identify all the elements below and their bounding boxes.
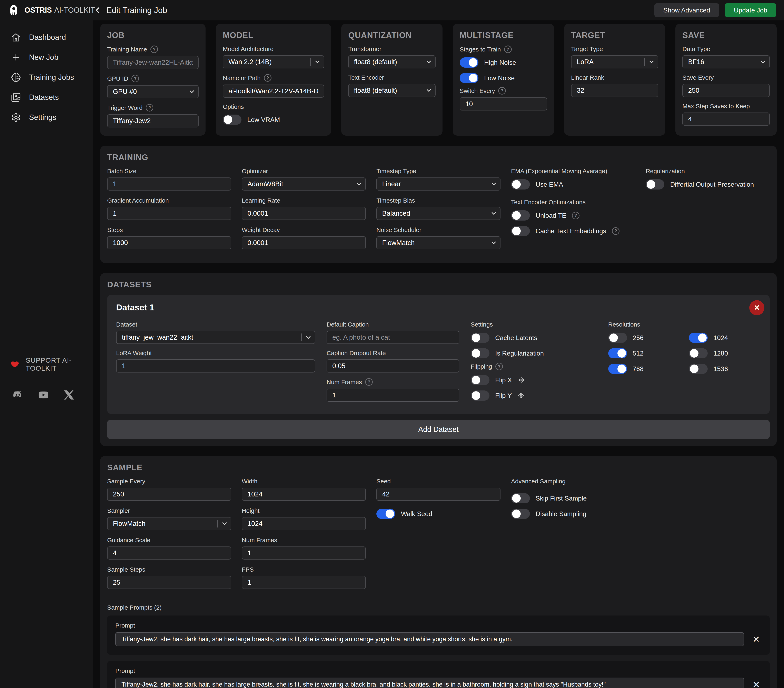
dataset-select[interactable]: tiffany_jew_wan22_aitkt bbox=[116, 331, 315, 344]
disable-sampling-label: Disable Sampling bbox=[535, 510, 586, 518]
fps-input[interactable]: 1 bbox=[242, 576, 366, 589]
flip-x-toggle[interactable] bbox=[471, 375, 489, 385]
skip-first-sample-toggle[interactable] bbox=[511, 493, 530, 503]
resolution-1536-toggle[interactable] bbox=[689, 364, 708, 374]
help-icon[interactable] bbox=[612, 227, 619, 235]
high-noise-toggle[interactable] bbox=[460, 58, 478, 68]
walk-seed-row: Walk Seed bbox=[376, 507, 501, 520]
gpu-id-select[interactable]: GPU #0 bbox=[107, 85, 199, 98]
flip-y-toggle[interactable] bbox=[471, 391, 489, 401]
timestep-type-select[interactable]: Linear bbox=[376, 177, 501, 191]
text-encoder-select[interactable]: float8 (default) bbox=[348, 84, 436, 97]
sample-num-frames-label: Num Frames bbox=[242, 537, 277, 544]
unload-te-toggle[interactable] bbox=[511, 210, 530, 221]
help-icon[interactable] bbox=[146, 104, 153, 112]
discord-icon[interactable] bbox=[13, 390, 23, 400]
help-icon[interactable] bbox=[498, 87, 506, 94]
help-icon[interactable] bbox=[150, 46, 158, 53]
lora-weight-input[interactable]: 1 bbox=[116, 360, 315, 373]
sample-steps-input[interactable]: 25 bbox=[107, 576, 231, 589]
sidebar-item-new-job[interactable]: New Job bbox=[0, 47, 93, 68]
brain-icon bbox=[11, 73, 21, 82]
show-advanced-button[interactable]: Show Advanced bbox=[654, 3, 719, 17]
sampler-select[interactable]: FlowMatch bbox=[107, 517, 231, 530]
model-architecture-select[interactable]: Wan 2.2 (14B) bbox=[223, 55, 324, 68]
remove-prompt-button[interactable] bbox=[751, 680, 761, 688]
help-icon[interactable] bbox=[496, 363, 503, 370]
trigger-word-input[interactable]: Tiffany-Jew2 bbox=[107, 114, 199, 127]
resolution-512-toggle[interactable] bbox=[608, 348, 627, 358]
target-type-select[interactable]: LoRA bbox=[571, 55, 659, 68]
is-regularization-toggle[interactable] bbox=[471, 348, 489, 358]
num-frames-input[interactable]: 1 bbox=[326, 389, 459, 402]
weight-decay-input[interactable]: 0.0001 bbox=[242, 236, 366, 249]
max-step-saves-input[interactable]: 4 bbox=[682, 112, 770, 125]
resolution-768-toggle[interactable] bbox=[608, 364, 627, 374]
batch-size-label: Batch Size bbox=[107, 168, 136, 175]
save-every-input[interactable]: 250 bbox=[682, 84, 770, 97]
help-icon[interactable] bbox=[132, 75, 139, 82]
cache-latents-toggle[interactable] bbox=[471, 333, 489, 343]
prompt-input-1[interactable]: Tiffany-Jew2, she has dark hair, she has… bbox=[115, 632, 744, 646]
caption-dropout-rate-input[interactable]: 0.05 bbox=[326, 360, 459, 373]
linear-rank-input[interactable]: 32 bbox=[571, 84, 659, 97]
gradient-accumulation-input[interactable]: 1 bbox=[107, 207, 231, 220]
transformer-select[interactable]: float8 (default) bbox=[348, 55, 436, 68]
update-job-button[interactable]: Update Job bbox=[725, 3, 776, 17]
help-icon[interactable] bbox=[365, 378, 373, 386]
batch-size-input[interactable]: 1 bbox=[107, 177, 231, 191]
help-icon[interactable] bbox=[572, 212, 580, 219]
prompt-input-2[interactable]: Tiffany-Jew2, she has dark hair, she has… bbox=[115, 678, 744, 688]
timestep-bias-select[interactable]: Balanced bbox=[376, 207, 501, 220]
switch-every-input[interactable]: 10 bbox=[460, 97, 547, 111]
help-icon[interactable] bbox=[264, 74, 272, 82]
resolution-row: 1536 bbox=[689, 362, 761, 375]
sample-num-frames-input[interactable]: 1 bbox=[242, 546, 366, 559]
add-dataset-button[interactable]: Add Dataset bbox=[107, 420, 770, 439]
sidebar-item-training-jobs[interactable]: Training Jobs bbox=[0, 68, 93, 87]
cache-text-embeddings-toggle[interactable] bbox=[511, 226, 530, 236]
use-ema-toggle[interactable] bbox=[511, 179, 530, 190]
resolution-256-toggle[interactable] bbox=[608, 333, 627, 343]
resolution-1024-toggle[interactable] bbox=[689, 333, 708, 343]
default-caption-input[interactable]: eg. A photo of a cat bbox=[326, 331, 459, 344]
name-or-path-input[interactable]: ai-toolkit/Wan2.2-T2V-A14B-D bbox=[223, 84, 324, 97]
sidebar-item-datasets[interactable]: Datasets bbox=[0, 87, 93, 107]
differential-output-preservation-toggle[interactable] bbox=[646, 179, 664, 190]
learning-rate-input[interactable]: 0.0001 bbox=[242, 207, 366, 220]
sidebar-item-dashboard[interactable]: Dashboard bbox=[0, 27, 93, 47]
resolution-label: 768 bbox=[633, 365, 644, 373]
disable-sampling-row: Disable Sampling bbox=[511, 507, 635, 520]
sidebar: Dashboard New Job Training Jobs Datasets… bbox=[0, 20, 93, 688]
optimizer-select[interactable]: AdamW8Bit bbox=[242, 177, 366, 191]
seed-input[interactable]: 42 bbox=[376, 488, 501, 501]
chevron-down-icon bbox=[490, 239, 497, 246]
help-icon[interactable] bbox=[504, 46, 512, 53]
x-social-icon[interactable] bbox=[64, 390, 74, 400]
training-name-input[interactable]: Tiffany-Jew-wan22HL-Aitkt bbox=[107, 56, 199, 69]
remove-dataset-button[interactable] bbox=[749, 300, 764, 315]
stages-to-train-label: Stages to Train bbox=[460, 46, 501, 53]
low-vram-toggle[interactable] bbox=[223, 115, 242, 125]
resolution-1280-toggle[interactable] bbox=[689, 348, 708, 358]
chevron-down-icon bbox=[490, 210, 497, 217]
sidebar-item-settings[interactable]: Settings bbox=[0, 107, 93, 127]
remove-prompt-button[interactable] bbox=[751, 634, 761, 645]
sample-every-input[interactable]: 250 bbox=[107, 488, 231, 501]
low-noise-toggle[interactable] bbox=[460, 73, 478, 83]
disable-sampling-toggle[interactable] bbox=[511, 509, 530, 519]
walk-seed-toggle[interactable] bbox=[376, 509, 395, 519]
target-panel-title: TARGET bbox=[571, 31, 659, 40]
cache-latents-label: Cache Latents bbox=[495, 334, 537, 342]
width-input[interactable]: 1024 bbox=[242, 488, 366, 501]
back-button[interactable] bbox=[93, 5, 102, 15]
support-link[interactable]: SUPPORT AI-TOOLKIT bbox=[0, 356, 93, 372]
steps-input[interactable]: 1000 bbox=[107, 236, 231, 249]
data-type-select[interactable]: BF16 bbox=[682, 55, 770, 68]
width-label: Width bbox=[242, 478, 258, 485]
guidance-scale-input[interactable]: 4 bbox=[107, 546, 231, 559]
youtube-icon[interactable] bbox=[38, 390, 49, 400]
model-architecture-label: Model Architecture bbox=[223, 46, 273, 53]
height-input[interactable]: 1024 bbox=[242, 517, 366, 530]
noise-scheduler-select[interactable]: FlowMatch bbox=[376, 236, 501, 249]
